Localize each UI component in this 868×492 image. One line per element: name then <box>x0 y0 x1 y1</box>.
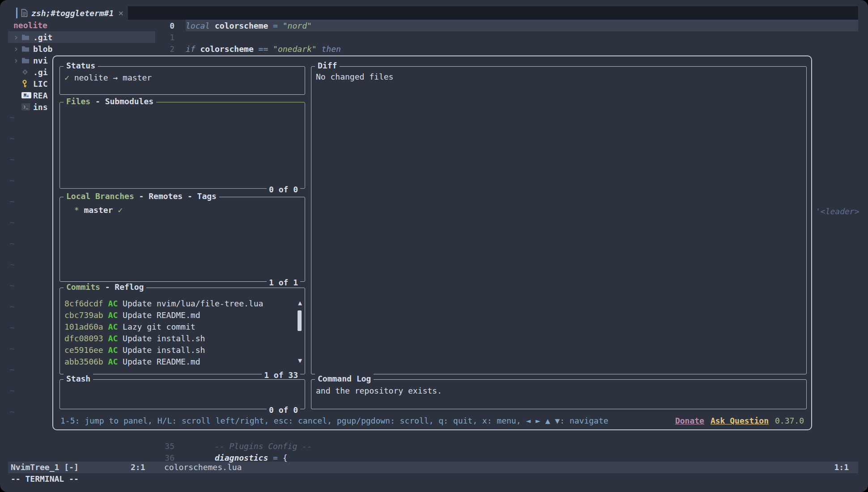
panel-files[interactable]: Files - Submodules 0 of 0 <box>60 102 305 189</box>
tree-item-label: blob <box>33 44 52 54</box>
commit-hash: ce5916ee <box>64 345 103 355</box>
ask-question-link[interactable]: Ask Question <box>711 416 769 425</box>
code-line[interactable]: 35 -- Plugins Config -- <box>155 440 858 452</box>
tree-item-git[interactable]: ›.git <box>8 31 155 43</box>
commit-row[interactable]: dfc08093 AC Update install.sh <box>64 333 293 344</box>
version-label: 0.37.0 <box>775 416 804 425</box>
statusline-file-position: 1:1 <box>834 462 849 473</box>
panel-stash[interactable]: Stash 0 of 0 <box>60 379 305 409</box>
commit-author: AC <box>108 345 118 355</box>
folder-icon <box>21 57 33 64</box>
panel-commits[interactable]: Commits - Reflog 8cf6dcdf AC Update nvim… <box>60 288 305 374</box>
line-number: 36 <box>155 453 174 462</box>
commit-row[interactable]: ce5916ee AC Update install.sh <box>64 344 293 356</box>
panel-title: Diff <box>315 61 340 70</box>
chevron-right-icon: › <box>13 45 21 53</box>
commits-list: 8cf6dcdf AC Update nvim/lua/file-tree.lu… <box>64 298 293 372</box>
editor-bottom-lines: 35 -- Plugins Config --36 diagnostics = … <box>155 440 858 463</box>
panel-title: Commits - Reflog <box>64 282 146 292</box>
tilde-marker: ~ <box>10 155 15 176</box>
panel-title: Files - Submodules <box>64 97 156 106</box>
commit-row[interactable]: cbc739ab AC Update README.md <box>64 310 293 321</box>
tree-item-label: REA <box>33 91 48 100</box>
code-text: if colorscheme == "onedark" then <box>186 44 341 54</box>
tabline-fill <box>128 6 858 20</box>
tilde-marker: ~ <box>10 176 15 197</box>
commit-hash: dfc08093 <box>64 334 103 343</box>
tree-item-label: LIC <box>33 79 48 89</box>
command-log-message: and the repository exists. <box>316 385 802 397</box>
keybind-hints: 1-5: jump to panel, H/L: scroll left/rig… <box>60 416 608 425</box>
branches-count: 1 of 1 <box>267 278 300 287</box>
scroll-up-icon[interactable]: ▲ <box>298 300 302 306</box>
panel-status[interactable]: Status ✓ neolite → master <box>60 66 305 95</box>
terminal-window: zsh;#toggleterm#1 × neolite ›.git›blob›n… <box>0 0 868 492</box>
panel-branches[interactable]: Local Branches - Remotes - Tags * master… <box>60 197 305 282</box>
check-icon: ✓ <box>118 205 123 215</box>
line-number: 0 <box>155 21 174 30</box>
commit-message: Lazy git commit <box>123 322 196 331</box>
tree-root[interactable]: neolite <box>8 20 155 31</box>
line-number: 2 <box>155 44 174 54</box>
mode-indicator: -- TERMINAL -- <box>11 473 79 485</box>
commit-hash: abb3506b <box>64 357 103 366</box>
file-icon <box>21 9 28 17</box>
commit-row[interactable]: 8cf6dcdf AC Update nvim/lua/file-tree.lu… <box>64 298 293 310</box>
tabline: zsh;#toggleterm#1 × <box>8 6 858 20</box>
close-icon[interactable]: × <box>118 8 123 18</box>
stash-count: 0 of 0 <box>267 405 300 415</box>
panel-title: Stash <box>64 374 93 383</box>
tilde-marker: ~ <box>10 197 15 218</box>
folder-icon <box>21 34 33 41</box>
diff-message: No changed files <box>316 71 802 83</box>
tilde-marker: ~ <box>10 407 15 428</box>
code-text: -- Plugins Config -- <box>186 441 312 451</box>
chevron-right-icon: › <box>13 56 21 65</box>
commit-author: AC <box>108 357 118 366</box>
tree-item-label: .git <box>33 33 52 42</box>
tree-item-label: ins <box>33 102 48 112</box>
commit-message: Update README.md <box>123 310 200 320</box>
code-line[interactable]: 0local colorscheme = "nord" <box>155 20 858 31</box>
branch-row[interactable]: * master ✓ <box>64 204 300 216</box>
terminal-file-icon: ❯_ <box>21 103 33 110</box>
code-line[interactable]: 1 <box>155 31 858 43</box>
active-tab-indicator <box>16 8 17 18</box>
tilde-marker: ~ <box>10 134 15 155</box>
tilde-marker: ~ <box>10 218 15 239</box>
commit-message: Update install.sh <box>123 334 205 343</box>
commit-author: AC <box>108 310 118 320</box>
commit-row[interactable]: abb3506b AC Update README.md <box>64 356 293 368</box>
panel-diff[interactable]: Diff No changed files <box>311 66 807 374</box>
line-number: 35 <box>155 441 174 451</box>
tilde-marker: ~ <box>10 239 15 260</box>
folder-icon <box>21 46 33 52</box>
markdown-icon: M↓ <box>21 92 33 98</box>
panel-title: Status <box>64 61 98 70</box>
files-count: 0 of 0 <box>267 185 300 194</box>
status-row: ✓ neolite → master <box>64 72 300 84</box>
commit-hash: 101ad60a <box>64 322 103 331</box>
commit-hash: 8cf6dcdf <box>64 299 103 308</box>
statusline-buffer-name: NvimTree_1 [-] <box>11 462 79 473</box>
donate-link[interactable]: Donate <box>675 416 704 425</box>
code-line[interactable]: 2if colorscheme == "onedark" then <box>155 43 858 55</box>
line-number: 1 <box>155 33 174 42</box>
scrollbar-thumb[interactable] <box>298 310 302 331</box>
commit-hash: cbc739ab <box>64 310 103 320</box>
commit-author: AC <box>108 299 118 308</box>
statusline-file-name: colorschemes.lua <box>164 462 242 473</box>
panel-command-log[interactable]: Command Log and the repository exists. <box>311 379 807 409</box>
tree-item-label: nvi <box>33 56 48 65</box>
tree-item-blob[interactable]: ›blob <box>8 43 155 55</box>
commit-author: AC <box>108 334 118 343</box>
commit-row[interactable]: 101ad60a AC Lazy git commit <box>64 321 293 333</box>
commits-count: 1 of 33 <box>262 370 300 380</box>
tilde-marker: ~ <box>10 302 15 323</box>
license-key-icon <box>21 80 33 88</box>
commit-author: AC <box>108 322 118 331</box>
scroll-down-icon[interactable]: ▼ <box>298 357 302 364</box>
toggleterm-tab[interactable]: zsh;#toggleterm#1 × <box>8 6 128 20</box>
lazygit-float: Status ✓ neolite → master Files - Submod… <box>52 55 812 430</box>
check-icon: ✓ <box>64 73 69 82</box>
